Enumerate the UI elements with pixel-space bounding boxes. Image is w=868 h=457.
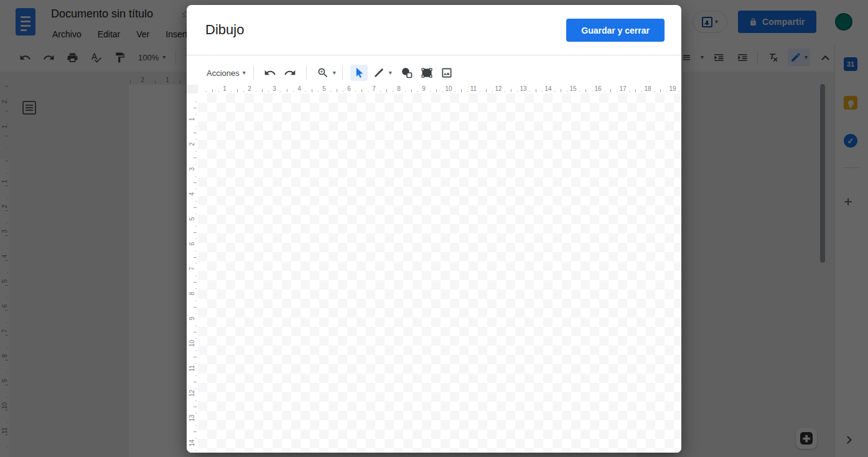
select-tool-button[interactable] [350,65,368,81]
shape-tool-button[interactable] [398,65,416,81]
zoom-tool-button[interactable] [314,65,332,81]
ruler-tick [256,91,256,92]
ruler-tick [442,91,443,92]
ruler-number: 14 [189,439,195,448]
ruler-tick [306,91,306,92]
ruler-number: 17 [619,85,626,92]
ruler-number: 15 [569,85,576,92]
cursor-arrow-icon [353,67,365,79]
ruler-tick [195,189,197,189]
ruler-tick [195,413,197,413]
ruler-number: 11 [470,85,477,92]
ruler-tick [430,91,431,92]
ruler-tick [218,91,219,92]
ruler-tick [195,251,197,252]
ruler-tick [530,91,530,92]
ruler-tick [355,91,356,92]
ruler-tick [194,332,197,332]
ruler-tick [517,91,518,92]
ruler-number: 13 [520,85,526,92]
ruler-tick [386,89,387,92]
ruler-tick [380,91,381,92]
ruler-tick [405,91,406,92]
ruler-tick [194,232,197,233]
ruler-number: 9 [422,85,426,92]
text-box-tool-button[interactable] [418,65,436,81]
ruler-tick [195,338,197,339]
ruler-number: 9 [189,314,195,323]
ruler-tick [194,382,197,382]
screen: Documento sin título ☆ ArchivoEditarVerI… [0,0,868,457]
toolbar-divider [253,66,254,80]
ruler-tick [195,176,197,177]
ruler-tick [492,91,493,92]
ruler-tick [393,91,393,92]
ruler-tick [194,182,197,183]
ruler-tick [195,375,197,376]
ruler-tick [312,89,312,92]
drawing-vertical-ruler[interactable]: 1234567891011121314 [187,93,198,453]
ruler-tick [195,263,197,264]
save-and-close-button[interactable]: Guardar y cerrar [566,19,665,42]
ruler-tick [642,91,642,92]
ruler-tick [195,238,197,239]
ruler-number: 11 [189,364,195,373]
ruler-tick [579,91,580,92]
dialog-header: Dibujo Guardar y cerrar [187,5,681,55]
ruler-tick [194,207,197,208]
toolbar-divider [342,66,343,80]
drawing-horizontal-ruler[interactable]: 12345678910111213141516171819 [198,85,681,93]
text-box-icon [421,67,433,79]
ruler-tick [194,357,197,357]
ruler-number: 3 [273,85,276,92]
ruler-tick [195,114,197,115]
line-tool-button[interactable] [370,65,388,81]
caret-down-icon: ▾ [389,70,392,76]
ruler-number: 7 [372,85,376,92]
drawing-dialog: Dibujo Guardar y cerrar Acciones ▾ ▾ ▾ [187,5,681,453]
ruler-number: 8 [397,85,401,92]
ruler-tick [195,288,197,289]
ruler-number: 4 [297,85,301,92]
ruler-tick [194,431,197,432]
undo-button[interactable] [261,65,279,81]
ruler-number: 8 [189,290,195,298]
ruler-tick [195,363,197,364]
actions-menu[interactable]: Acciones ▾ [205,66,247,80]
ruler-tick [195,438,197,438]
ruler-tick [368,91,368,92]
ruler-tick [268,91,269,92]
ruler-number: 12 [189,389,195,398]
ruler-corner [187,85,198,93]
ruler-number: 6 [347,85,351,92]
insert-image-tool-button[interactable] [438,65,455,81]
ruler-tick [480,91,480,92]
ruler-tick [195,425,197,426]
ruler-number: 14 [544,85,551,92]
ruler-tick [287,89,287,92]
ruler-number: 3 [189,165,195,174]
ruler-tick [293,91,294,92]
ruler-tick [486,89,487,92]
drawing-toolbar: Acciones ▾ ▾ ▾ [187,61,681,85]
ruler-number: 10 [189,339,195,348]
ruler-tick [195,214,197,214]
caret-down-icon: ▾ [243,70,246,76]
ruler-tick [436,89,437,92]
ruler-tick [281,91,281,92]
ruler-tick [660,89,661,92]
ruler-number: 13 [189,414,195,423]
drawing-canvas[interactable] [198,93,681,453]
ruler-tick [243,91,244,92]
ruler-tick [194,257,197,258]
caret-down-icon: ▾ [333,70,336,76]
redo-button[interactable] [281,65,299,81]
ruler-number: 1 [223,85,226,92]
ruler-tick [195,313,197,314]
ruler-tick [362,89,362,92]
ruler-tick [567,91,567,92]
ruler-number: 16 [594,85,601,92]
ruler-tick [337,89,337,92]
ruler-tick [194,108,197,108]
ruler-tick [411,89,412,92]
